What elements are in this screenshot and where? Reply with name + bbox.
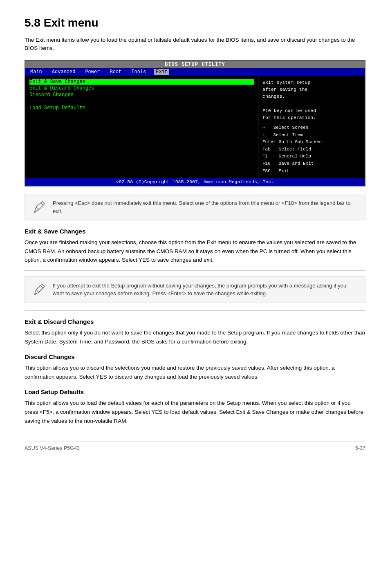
- note-icon-2: [31, 282, 47, 297]
- bios-body: Exit & Save Changes Exit & Discard Chang…: [25, 76, 365, 178]
- footer-right: 5-37: [355, 445, 365, 451]
- section-exit-save-text: Once you are finished making your select…: [25, 238, 365, 265]
- note-text-2: If you attempt to exit the Setup program…: [53, 282, 359, 298]
- section-exit-discard-text: Select this option only if you do not wa…: [25, 328, 365, 346]
- nav-main: Main: [29, 69, 44, 75]
- nav-advanced: Advanced: [50, 69, 77, 75]
- section-discard-text: This option allows you to discard the se…: [25, 364, 365, 381]
- bios-nav: Main Advanced Power Boot Tools Exit: [25, 68, 365, 76]
- bios-description: Exit system setup after saving the chang…: [262, 79, 361, 121]
- bios-menu-left: Exit & Save Changes Exit & Discard Chang…: [25, 76, 258, 178]
- note-box-2: If you attempt to exit the Setup program…: [25, 276, 365, 303]
- bios-legend: ↔ Select Screen ↕ Select Item Enter Go t…: [262, 124, 361, 175]
- note-text-1: Pressing <Esc> does not immediately exit…: [53, 199, 359, 215]
- divider-2: [25, 310, 365, 311]
- bios-right-panel: Exit system setup after saving the chang…: [258, 76, 365, 178]
- svg-line-1: [41, 285, 43, 288]
- bios-footer: v02.58 (C)Copyright 1985-2007, American …: [25, 178, 365, 186]
- divider-1: [25, 270, 365, 271]
- nav-power: Power: [83, 69, 101, 75]
- bios-screenshot: BIOS SETUP UTILITY Main Advanced Power B…: [25, 60, 365, 187]
- nav-boot: Boot: [108, 69, 123, 75]
- note-box-1: Pressing <Esc> does not immediately exit…: [25, 194, 365, 220]
- bios-header-title: BIOS SETUP UTILITY: [25, 61, 365, 68]
- nav-tools: Tools: [130, 69, 148, 75]
- footer-left: ASUS V4-Series P5G43: [25, 445, 80, 451]
- menu-load-defaults: Load Setup Defaults: [29, 105, 254, 111]
- section-exit-save-heading: Exit & Save Changes: [25, 228, 365, 235]
- page-footer: ASUS V4-Series P5G43 5-37: [25, 442, 365, 451]
- menu-exit-save: Exit & Save Changes: [29, 79, 254, 85]
- nav-exit: Exit: [154, 69, 169, 75]
- section-discard-heading: Discard Changes: [25, 353, 365, 360]
- menu-exit-discard: Exit & Discard Changes: [29, 85, 254, 91]
- note-icon-1: [31, 199, 47, 215]
- svg-line-0: [41, 203, 43, 206]
- section-load-defaults-text: This option allows you to load the defau…: [25, 399, 365, 425]
- menu-discard: Discard Changes: [29, 92, 254, 98]
- menu-spacer: [29, 99, 254, 104]
- section-exit-discard-heading: Exit & Discard Changes: [25, 318, 365, 325]
- intro-text: The Exit menu items allow you to load th…: [25, 36, 365, 53]
- page-title: 5.8 Exit menu: [25, 16, 365, 29]
- section-load-defaults-heading: Load Setup Defaults: [25, 388, 365, 395]
